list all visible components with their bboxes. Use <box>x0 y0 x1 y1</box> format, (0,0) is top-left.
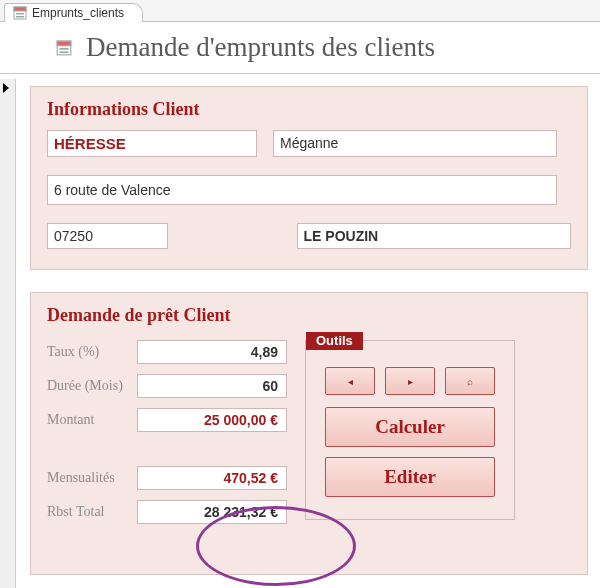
duration-field[interactable]: 60 <box>137 374 287 398</box>
edit-button[interactable]: Editer <box>325 457 495 497</box>
nav-next-button[interactable]: ▸ <box>385 367 435 395</box>
lastname-field[interactable]: HÉRESSE <box>47 130 257 157</box>
zip-field[interactable]: 07250 <box>47 223 168 249</box>
nav-search-button[interactable]: ⌕ <box>445 367 495 395</box>
svg-rect-1 <box>14 7 26 11</box>
tools-group: Outils ◂ ▸ ⌕ Calculer Editer <box>305 340 515 520</box>
loan-panel-title: Demande de prêt Client <box>47 305 571 326</box>
form-icon <box>13 6 27 20</box>
svg-rect-2 <box>16 13 24 15</box>
label-rate: Taux (%) <box>47 344 137 360</box>
tab-emprunts-clients[interactable]: Emprunts_clients <box>4 3 143 22</box>
loan-fields: Taux (%) 4,89 Durée (Mois) 60 Montant 25… <box>47 340 287 534</box>
tools-label: Outils <box>306 332 363 350</box>
address-field[interactable]: 6 route de Valence <box>47 175 557 205</box>
arrow-right-icon: ▸ <box>408 376 413 387</box>
client-info-title: Informations Client <box>47 99 571 120</box>
label-amount: Montant <box>47 412 137 428</box>
tab-strip: Emprunts_clients <box>0 0 600 22</box>
loan-panel: Demande de prêt Client Taux (%) 4,89 Dur… <box>30 292 588 575</box>
arrow-left-icon: ◂ <box>348 376 353 387</box>
svg-rect-3 <box>16 16 24 18</box>
record-selector[interactable] <box>0 79 16 588</box>
form-header: Demande d'emprunts des clients <box>0 22 600 74</box>
page-title: Demande d'emprunts des clients <box>86 32 435 63</box>
firstname-field[interactable]: Méganne <box>273 130 557 157</box>
search-icon: ⌕ <box>467 376 473 387</box>
tab-label: Emprunts_clients <box>32 6 124 20</box>
nav-prev-button[interactable]: ◂ <box>325 367 375 395</box>
label-monthly: Mensualités <box>47 470 137 486</box>
svg-rect-6 <box>59 48 68 50</box>
total-field[interactable]: 28 231,32 € <box>137 500 287 524</box>
svg-rect-7 <box>59 51 68 53</box>
calculate-button[interactable]: Calculer <box>325 407 495 447</box>
label-total: Rbst Total <box>47 504 137 520</box>
current-record-icon <box>3 83 9 93</box>
city-field[interactable]: LE POUZIN <box>297 223 571 249</box>
label-duration: Durée (Mois) <box>47 378 137 394</box>
form-icon <box>56 40 72 56</box>
form-canvas: Demande d'emprunts des clients Informati… <box>0 22 600 588</box>
client-info-panel: Informations Client HÉRESSE Méganne 6 ro… <box>30 86 588 270</box>
monthly-field[interactable]: 470,52 € <box>137 466 287 490</box>
svg-rect-5 <box>57 41 71 46</box>
rate-field[interactable]: 4,89 <box>137 340 287 364</box>
amount-field[interactable]: 25 000,00 € <box>137 408 287 432</box>
